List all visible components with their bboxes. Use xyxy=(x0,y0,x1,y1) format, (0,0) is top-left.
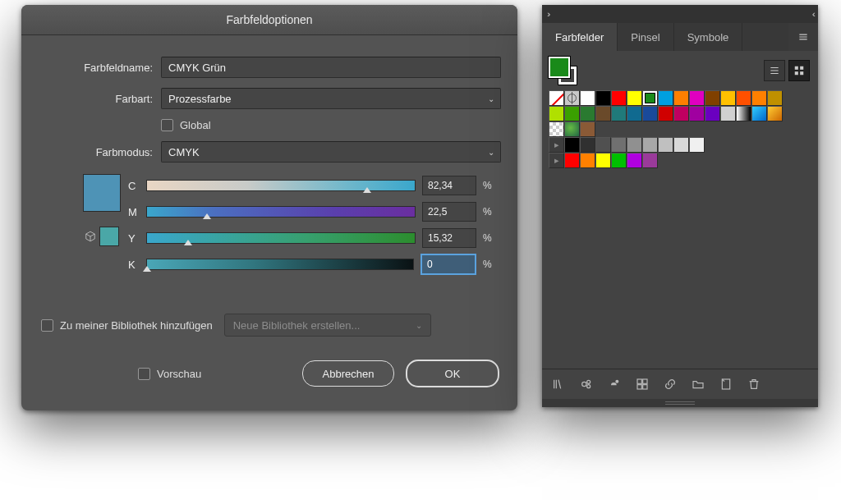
swatch-cell[interactable] xyxy=(611,106,627,121)
resize-handle[interactable] xyxy=(542,399,818,407)
swatch-cell[interactable] xyxy=(673,90,689,106)
k-value-input[interactable] xyxy=(420,254,476,275)
swatch-options-icon[interactable] xyxy=(608,378,621,391)
swatch-cell[interactable] xyxy=(627,137,642,153)
swatch-cell[interactable] xyxy=(673,106,689,121)
swatch-cell[interactable] xyxy=(642,106,658,121)
swatch-cell[interactable] xyxy=(673,137,689,153)
preview-checkbox[interactable]: Vorschau xyxy=(138,368,201,380)
ok-button[interactable]: OK xyxy=(406,360,499,387)
libraries-icon[interactable] xyxy=(552,378,565,391)
cancel-button[interactable]: Abbrechen xyxy=(302,360,394,387)
swatch-cell[interactable] xyxy=(627,106,642,121)
tab-pinsel[interactable]: Pinsel xyxy=(618,23,673,51)
swatch-cell[interactable] xyxy=(642,153,658,168)
swatch-cell[interactable] xyxy=(595,153,611,168)
swatch-cell[interactable] xyxy=(658,90,673,106)
swatch-cell[interactable] xyxy=(595,90,611,106)
panel-menu-button[interactable] xyxy=(788,23,818,51)
svg-point-7 xyxy=(615,380,618,383)
swatch-cell[interactable] xyxy=(595,106,611,121)
svg-rect-1 xyxy=(800,66,803,70)
color-mode-select[interactable]: CMYK xyxy=(161,141,501,163)
svg-point-5 xyxy=(587,380,591,383)
checkbox-icon xyxy=(138,368,150,380)
svg-rect-3 xyxy=(800,71,803,75)
color-type-select[interactable]: Prozessfarbe xyxy=(161,88,501,109)
swatch-cell[interactable] xyxy=(564,121,580,137)
fill-stroke-proxy[interactable] xyxy=(549,57,577,85)
swatch-cell[interactable] xyxy=(689,137,705,153)
swatch-cell[interactable] xyxy=(658,137,673,153)
swatch-registration[interactable] xyxy=(564,90,580,106)
swatch-cell[interactable] xyxy=(627,90,642,106)
swatch-name-input[interactable] xyxy=(161,57,501,78)
chevron-down-icon: ⌄ xyxy=(416,321,422,330)
swatch-cell[interactable] xyxy=(580,121,595,137)
list-view-button[interactable] xyxy=(764,60,785,81)
trash-icon[interactable] xyxy=(747,378,761,391)
swatch-cell[interactable] xyxy=(689,90,705,106)
m-slider[interactable] xyxy=(146,206,416,218)
swatch-cell[interactable] xyxy=(767,106,783,121)
collapse-icon[interactable]: ›› xyxy=(547,9,548,19)
folder-icon[interactable] xyxy=(692,378,705,391)
swatch-cell[interactable] xyxy=(595,137,611,153)
swatch-cell[interactable] xyxy=(549,106,564,121)
new-swatch-icon[interactable] xyxy=(719,378,733,391)
swatch-cell[interactable] xyxy=(720,90,736,106)
swatches-panel: ›› ‹‹ FarbfelderPinselSymbole ▸▸ xyxy=(542,5,818,407)
swatch-group-folder[interactable]: ▸ xyxy=(549,137,564,153)
swatch-cell[interactable] xyxy=(736,90,751,106)
swatch-cell[interactable] xyxy=(580,137,595,153)
panel-footer xyxy=(542,369,818,399)
swatch-cell[interactable] xyxy=(580,90,595,106)
grid-view-button[interactable] xyxy=(788,60,810,81)
swatch-cell[interactable] xyxy=(658,106,673,121)
svg-rect-9 xyxy=(643,379,647,383)
c-value-input[interactable] xyxy=(422,176,476,195)
y-value-input[interactable] xyxy=(422,228,476,248)
swatch-cell[interactable] xyxy=(564,137,580,153)
m-value-input[interactable] xyxy=(422,202,476,222)
k-slider[interactable] xyxy=(146,259,414,270)
swatch-cell[interactable] xyxy=(611,153,627,168)
swatch-cell[interactable] xyxy=(580,106,595,121)
swatch-cell[interactable] xyxy=(705,106,720,121)
swatch-cell[interactable] xyxy=(705,90,720,106)
swatch-cell[interactable] xyxy=(736,106,751,121)
color-preview-swatch xyxy=(83,174,121,212)
tab-farbfelder[interactable]: Farbfelder xyxy=(542,23,618,51)
swatch-cell[interactable] xyxy=(751,106,767,121)
add-to-library-checkbox[interactable]: Zu meiner Bibliothek hinzufügen xyxy=(41,319,213,332)
global-label: Global xyxy=(180,119,211,131)
swatch-cell[interactable] xyxy=(564,153,580,168)
swatch-cell[interactable] xyxy=(564,106,580,121)
svg-point-4 xyxy=(582,382,586,386)
swatch-cell[interactable] xyxy=(689,106,705,121)
show-swatch-kinds-icon[interactable] xyxy=(580,378,593,391)
new-color-group-icon[interactable] xyxy=(636,378,649,391)
swatch-cell[interactable] xyxy=(611,137,627,153)
swatch-none[interactable] xyxy=(549,90,564,106)
svg-rect-8 xyxy=(637,379,641,383)
swatch-cell[interactable] xyxy=(627,153,642,168)
c-slider[interactable] xyxy=(146,180,416,191)
swatch-cell[interactable] xyxy=(642,137,658,153)
swatch-cell[interactable] xyxy=(751,90,767,106)
global-checkbox[interactable]: Global xyxy=(161,119,211,131)
swatch-cell[interactable] xyxy=(611,90,627,106)
swatch-cell[interactable] xyxy=(580,153,595,168)
expand-icon[interactable]: ‹‹ xyxy=(812,9,813,19)
y-slider[interactable] xyxy=(146,232,416,244)
checkbox-icon xyxy=(41,319,53,332)
swatch-cell[interactable] xyxy=(720,106,736,121)
tab-symbole[interactable]: Symbole xyxy=(674,23,743,51)
swatch-group-folder[interactable]: ▸ xyxy=(549,153,564,168)
link-icon[interactable] xyxy=(664,378,677,391)
swatch-cell-selected[interactable] xyxy=(642,90,658,106)
swatch-cell[interactable] xyxy=(549,121,564,137)
swatch-options-dialog: Farbfeldoptionen Farbfeldname: Farbart: … xyxy=(21,5,517,410)
dialog-title: Farbfeldoptionen xyxy=(21,5,517,35)
swatch-cell[interactable] xyxy=(767,90,783,106)
